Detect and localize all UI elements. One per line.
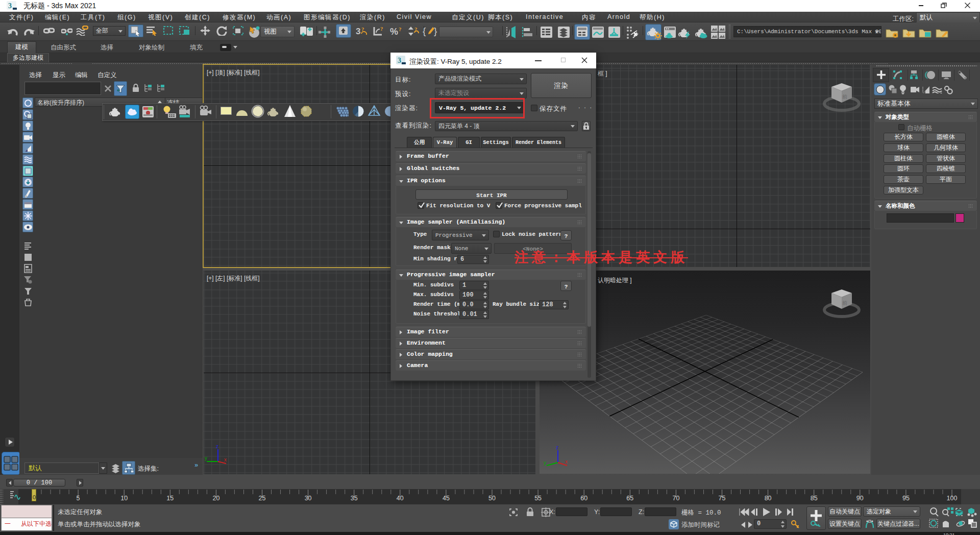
svg-text:?: ? — [399, 26, 402, 32]
svg-text:前: 前 — [842, 300, 847, 306]
svg-text:}: } — [434, 26, 437, 36]
svg-text:y: y — [544, 460, 546, 466]
svg-text:3: 3 — [8, 2, 12, 10]
svg-text:z: z — [556, 445, 558, 450]
svg-text:3: 3 — [356, 27, 360, 36]
svg-text:z: z — [216, 444, 218, 449]
svg-text:{: { — [423, 26, 426, 36]
svg-text:3: 3 — [398, 57, 401, 64]
svg-text:y: y — [205, 455, 207, 461]
svg-text:前: 前 — [842, 94, 847, 100]
svg-text:?: ? — [380, 26, 383, 32]
svg-text:x: x — [224, 457, 227, 463]
svg-text:x: x — [565, 459, 568, 465]
svg-text:%: % — [390, 27, 398, 37]
